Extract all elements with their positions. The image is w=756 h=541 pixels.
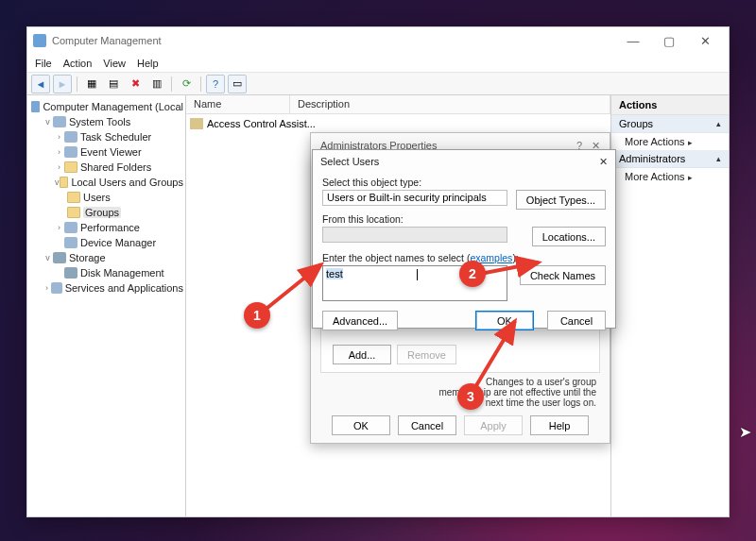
object-names-label: Enter the object names to select (exampl…: [322, 252, 606, 263]
object-type-label: Select this object type:: [322, 177, 606, 188]
tree-local-users-groups[interactable]: vLocal Users and Groups: [29, 175, 183, 190]
collapse-icon: ▴: [716, 154, 721, 163]
actions-section-admins[interactable]: Administrators▴: [611, 150, 729, 168]
tree-system-tools[interactable]: vSystem Tools: [29, 114, 183, 129]
collapse-icon: ▴: [716, 119, 721, 128]
window-title: Computer Management: [52, 35, 615, 46]
props-button[interactable]: ▤: [104, 75, 123, 93]
views-button[interactable]: ▭: [228, 75, 247, 93]
props-apply-button: Apply: [464, 415, 523, 435]
location-label: From this location:: [322, 213, 606, 225]
col-name[interactable]: Name: [186, 95, 290, 113]
tree-root[interactable]: Computer Management (Local: [29, 99, 183, 114]
delete-button[interactable]: ✖: [126, 75, 145, 93]
annotation-badge-2: 2: [459, 261, 486, 287]
tree-performance[interactable]: ›Performance: [29, 220, 183, 235]
text-caret-icon: [417, 269, 418, 280]
ok-button[interactable]: OK: [475, 311, 534, 330]
tree-users[interactable]: Users: [29, 190, 183, 205]
dialog-close-button[interactable]: ✕: [599, 156, 608, 168]
annotation-badge-1: 1: [244, 302, 270, 329]
list-item[interactable]: Access Control Assist...: [190, 116, 607, 131]
actions-header: Actions: [611, 95, 729, 115]
actions-more-admins[interactable]: More Actions ▸: [611, 168, 729, 185]
maximize-button[interactable]: ▢: [651, 30, 687, 51]
location-field: .: [322, 227, 507, 243]
tree-disk-management[interactable]: Disk Management: [29, 265, 183, 280]
check-names-button[interactable]: Check Names: [520, 265, 606, 285]
tree-storage[interactable]: vStorage: [29, 250, 183, 265]
actions-pane: Actions Groups▴ More Actions ▸ Administr…: [611, 95, 729, 516]
actions-section-groups[interactable]: Groups▴: [611, 115, 729, 133]
advanced-button[interactable]: Advanced...: [322, 311, 398, 330]
refresh-button[interactable]: ⟳: [177, 75, 196, 93]
minimize-button[interactable]: —: [615, 30, 651, 51]
object-types-button[interactable]: Object Types...: [516, 190, 606, 210]
col-description[interactable]: Description: [290, 95, 610, 113]
locations-button[interactable]: Locations...: [532, 227, 606, 246]
props-cancel-button[interactable]: Cancel: [398, 415, 456, 435]
menu-help[interactable]: Help: [137, 58, 159, 69]
add-button[interactable]: Add...: [333, 345, 391, 364]
forward-button[interactable]: ►: [53, 75, 72, 93]
tree-groups[interactable]: Groups: [29, 205, 183, 220]
export-button[interactable]: ▥: [147, 75, 166, 93]
toolbar: ◄ ► ▦ ▤ ✖ ▥ ⟳ ? ▭: [27, 73, 729, 95]
tree-shared-folders[interactable]: ›Shared Folders: [29, 160, 183, 175]
mouse-cursor-icon: ➤: [739, 423, 751, 441]
annotation-badge-3: 3: [457, 383, 484, 410]
navigation-tree[interactable]: Computer Management (Local vSystem Tools…: [27, 95, 186, 516]
tree-event-viewer[interactable]: ›Event Viewer: [29, 144, 183, 160]
menu-action[interactable]: Action: [63, 58, 93, 69]
tree-device-manager[interactable]: Device Manager: [29, 235, 183, 250]
titlebar[interactable]: Computer Management — ▢ ✕: [27, 27, 729, 54]
dialog-title: Select Users: [320, 156, 379, 167]
up-button[interactable]: ▦: [82, 75, 101, 93]
app-icon: [33, 34, 46, 47]
select-users-dialog: Select Users ✕ Select this object type: …: [312, 149, 616, 329]
props-help-button[interactable]: Help: [530, 415, 589, 435]
back-button[interactable]: ◄: [31, 75, 50, 93]
menu-bar: File Action View Help: [27, 54, 729, 73]
tree-task-scheduler[interactable]: ›Task Scheduler: [29, 129, 183, 144]
help-button[interactable]: ?: [206, 75, 225, 93]
menu-file[interactable]: File: [35, 58, 52, 69]
menu-view[interactable]: View: [103, 58, 126, 69]
object-type-field: Users or Built-in security principals: [322, 190, 507, 206]
remove-button: Remove: [397, 345, 456, 364]
actions-more-groups[interactable]: More Actions ▸: [611, 133, 729, 150]
cancel-button[interactable]: Cancel: [547, 311, 606, 330]
close-button[interactable]: ✕: [687, 30, 723, 51]
tree-services-apps[interactable]: ›Services and Applications: [29, 280, 183, 296]
props-ok-button[interactable]: OK: [332, 415, 390, 435]
